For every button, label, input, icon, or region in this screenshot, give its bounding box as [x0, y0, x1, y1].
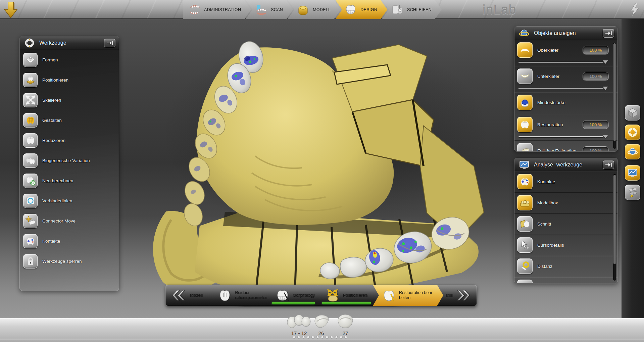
tool-item-formen[interactable]: Formen [20, 50, 119, 70]
tools-ring-icon [627, 127, 638, 138]
analysis-item-schnitt[interactable]: Schnitt [514, 213, 617, 235]
analysis-tools-icon [627, 167, 638, 179]
view-cube-button[interactable] [625, 105, 640, 120]
toggle-analysis-panel-button[interactable] [625, 165, 640, 181]
power-lightning-icon[interactable] [628, 2, 642, 17]
reduzieren-icon [23, 133, 38, 148]
phase-tab-scan[interactable]: SCAN [246, 0, 293, 19]
morphology-progress [272, 302, 314, 304]
analysis-item-kontakte[interactable]: Kontakte [514, 172, 617, 192]
step-modell-back[interactable]: Modell [166, 285, 215, 306]
tool-item-skalieren[interactable]: Skalieren [20, 90, 119, 110]
tooth-dot[interactable] [330, 336, 333, 339]
articulator-button[interactable] [625, 185, 640, 200]
analysis-kontakte-icon [517, 174, 533, 189]
formen-icon [23, 53, 38, 67]
design-mesh-crown-icon [344, 3, 357, 16]
phase-tab-administration[interactable]: ADMINISTRATION [183, 0, 251, 19]
step-positionieren[interactable]: Positionieren [317, 285, 379, 306]
step-restauration-bearbeiten[interactable]: Restauration bear- beiten [373, 285, 443, 306]
tooth-dot[interactable] [326, 336, 329, 339]
collapse-arrow-icon [604, 30, 613, 37]
tooth-dot[interactable] [344, 336, 347, 339]
tool-item-neu-berechnen[interactable]: Neu berechnen [20, 170, 119, 191]
phase-tab-label: ADMINISTRATION [204, 7, 241, 12]
mindeststaerke-icon[interactable] [517, 95, 533, 110]
verbinderlinien-icon [23, 194, 38, 208]
unterkiefer-icon[interactable] [517, 68, 533, 84]
analysis-item-partial[interactable] [514, 277, 617, 284]
analysis-panel-collapse-button[interactable] [603, 160, 614, 169]
objects-panel-collapse-button[interactable] [603, 29, 614, 38]
connector-move-icon [23, 214, 38, 228]
analysis-tools-icon [518, 159, 530, 170]
tool-item-connector-move[interactable]: Connector Move [20, 211, 119, 231]
unterkiefer-opacity-slider[interactable] [518, 86, 608, 91]
tool-item-kontakte[interactable]: Kontakte [20, 231, 119, 251]
tools-panel-collapse-button[interactable] [104, 39, 115, 47]
restauration-opacity-slider[interactable] [518, 134, 608, 139]
tooth-dot[interactable] [321, 336, 324, 339]
analysis-item-distanz[interactable]: Distanz [514, 256, 617, 277]
model-die-icon [296, 3, 310, 16]
phase-tab-schleifen[interactable]: SCHLEIFEN [382, 0, 442, 19]
tooth-dot-strip [293, 336, 347, 339]
tooth-label-26: 26 [308, 330, 335, 336]
positionieren-arrows-icon [326, 288, 340, 303]
tooth-dot[interactable] [307, 336, 310, 339]
bottom-strip-edge [0, 339, 644, 340]
phase-tab-modell[interactable]: MODELL [288, 0, 341, 19]
phase-tab-design[interactable]: DESIGN [335, 0, 387, 19]
oberkiefer-opacity-value[interactable]: 100 % [583, 46, 609, 54]
step-restaurationsparameter[interactable]: Restau- rationsparameter [209, 285, 273, 306]
restauration-opacity-value[interactable]: 100 % [583, 120, 609, 129]
toggle-objects-panel-button[interactable] [625, 144, 640, 159]
tooth-dot[interactable] [293, 336, 296, 339]
analysis-item-cursordetails[interactable]: Cursordetails [514, 235, 617, 256]
oberkiefer-opacity-slider[interactable] [518, 60, 608, 64]
object-row-oberkiefer: Oberkiefer 100 % [514, 40, 617, 66]
analysis-partial-icon [517, 280, 533, 284]
tool-item-verbinderlinien[interactable]: Verbinderlinien [20, 191, 119, 211]
top-bar: ADMINISTRATION SCAN MODELL [0, 0, 644, 19]
tooth-dot[interactable] [335, 336, 338, 339]
phase-tab-label: SCHLEIFEN [407, 7, 432, 12]
objects-panel-scrollbar[interactable] [613, 43, 616, 149]
design-step-bar: Modell Restau- rationsparameter Morpholo… [165, 285, 477, 306]
step-morphology[interactable]: Morphology [266, 285, 323, 306]
analysis-panel-scrollbar[interactable] [613, 174, 616, 281]
toggle-tools-panel-button[interactable] [625, 125, 640, 140]
articulator-icon [627, 187, 638, 198]
collapse-arrow-icon [604, 161, 613, 168]
tooth-thumb-17-12[interactable] [287, 313, 311, 329]
jaw-model-3d[interactable] [144, 25, 510, 307]
tool-item-positionieren[interactable]: Positionieren [20, 70, 119, 90]
unterkiefer-opacity-value[interactable]: 100 % [583, 72, 609, 81]
tool-item-werkzeuge-sperren[interactable]: Werkzeuge sperren [20, 251, 119, 271]
full-jaw-opacity-value[interactable]: 100 % [583, 146, 609, 152]
cube-icon [627, 107, 638, 118]
tooth-dot[interactable] [316, 336, 319, 339]
analysis-item-modellbox[interactable]: Modellbox [514, 192, 617, 213]
tooth-thumb-26[interactable] [312, 313, 330, 329]
step-back-gold-arrow-icon[interactable] [3, 1, 19, 19]
tooth-dot[interactable] [340, 336, 343, 339]
back-double-chevron-icon [170, 289, 187, 301]
positionieren-progress [322, 302, 371, 304]
objects-panel-header: Objekte anzeigen [514, 27, 617, 40]
show-objects-icon [518, 28, 530, 39]
tooth-dot[interactable] [311, 336, 314, 339]
tooth-dot[interactable] [297, 336, 300, 339]
forward-double-chevron-icon [455, 289, 472, 301]
tooth-dot[interactable] [302, 336, 305, 339]
oberkiefer-icon[interactable] [517, 42, 533, 58]
restaurationsparameter-crown-icon [217, 288, 232, 303]
kontakte-icon [23, 234, 38, 248]
restauration-icon[interactable] [517, 117, 533, 132]
tool-item-reduzieren[interactable]: Reduzieren [20, 130, 119, 150]
full-jaw-estimation-icon[interactable] [517, 143, 533, 152]
tool-item-biogenerische-variation[interactable]: Biogenerische Variation [20, 150, 119, 170]
tooth-thumb-27[interactable] [336, 313, 355, 329]
tool-item-gestalten[interactable]: Gestalten [20, 110, 119, 130]
tools-panel: Werkzeuge Formen Positionieren Skalieren… [19, 36, 119, 291]
